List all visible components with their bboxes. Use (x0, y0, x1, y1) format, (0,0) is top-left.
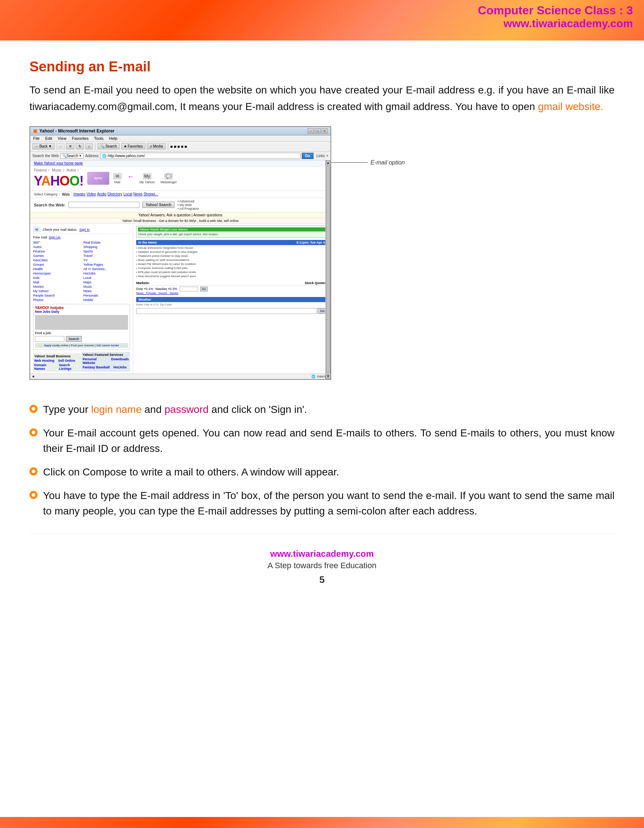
yahoo-link-360[interactable]: 360° (33, 241, 80, 245)
search-toolbar-button[interactable]: 🔍 Search (97, 143, 120, 149)
yahoo-link-hotjobs[interactable]: HotJobs (83, 271, 130, 275)
bullets-section: Type your login name and password and cl… (30, 402, 614, 519)
search-web-box[interactable]: 🔍Search ▼ (60, 153, 84, 158)
my-yahoo-icon: My (143, 173, 152, 180)
advanced-link[interactable]: • Advanced (177, 199, 199, 203)
forward-button[interactable]: → (56, 143, 65, 149)
back-button[interactable]: ← Back ▼ (32, 143, 55, 149)
yahoo-search-input[interactable] (69, 202, 139, 208)
ad-programs-link[interactable]: • Ad Programs (177, 207, 199, 210)
menu-file[interactable]: File (33, 136, 40, 141)
domain-names-link[interactable]: Domain Names (34, 363, 55, 370)
yahoo-link-tv[interactable]: TV (83, 258, 130, 262)
popular-links[interactable]: News · Popular · Sports · Stocks (136, 292, 327, 295)
yahoo-link-games[interactable]: Games (33, 254, 80, 257)
yahoo-make-home-link[interactable]: Make Yahoo! your home page (30, 160, 331, 166)
downloads-link[interactable]: Downloads (111, 358, 129, 365)
web-tab[interactable]: Web (60, 192, 72, 197)
shopping-link[interactable]: Shoppi... (144, 192, 158, 196)
yahoo-search-button[interactable]: Yahoo! Search (143, 202, 174, 208)
yahoo-link-autos[interactable]: Autos (33, 245, 80, 249)
stop-button[interactable]: ✕ (66, 143, 74, 149)
hotjobs-link[interactable]: HotJobs (113, 365, 127, 369)
dow-text: Dow +0.1% (136, 287, 153, 291)
yahoo-link-maps[interactable]: Maps (83, 281, 130, 284)
fantasy-baseball-link[interactable]: Fantasy Baseball (83, 365, 110, 369)
menu-edit[interactable]: Edit (45, 136, 52, 141)
refresh-button[interactable]: ↻ (76, 143, 84, 149)
audio-link[interactable]: Audio (97, 192, 107, 196)
yahoo-logo: YAHOO! (34, 173, 83, 189)
yahoo-messenger-icon-item[interactable]: 💬 Messenger (160, 173, 177, 184)
menu-help[interactable]: Help (109, 136, 118, 141)
toolbar-separator2 (168, 143, 168, 150)
yahoo-mail-icon-item[interactable]: ✉ Mail (113, 173, 122, 184)
yahoo-link-photos[interactable]: Photos (33, 298, 80, 302)
yahoo-link-kids[interactable]: Kids (33, 276, 80, 280)
sign-in-link[interactable]: Sign In (80, 228, 90, 232)
web-hosting-link[interactable]: Web Hosting (34, 359, 55, 362)
yahoo-link-news[interactable]: News (83, 289, 130, 293)
weather-input-row: Go (136, 307, 327, 315)
browser-titlebar: ▣ Yahoo! - Microsoft Internet Explorer –… (30, 127, 331, 135)
yahoo-link-myyahoo[interactable]: My Yahoo! (33, 289, 80, 293)
yahoo-link-groups[interactable]: Groups (33, 263, 80, 267)
yahoo-link-personals[interactable]: Personals (83, 294, 130, 297)
yahoo-link-music[interactable]: Music (83, 285, 130, 289)
video-link[interactable]: Video (86, 192, 96, 196)
minimize-button[interactable]: – (308, 129, 313, 133)
close-button[interactable]: ✕ (322, 129, 327, 133)
yahoo-link-geocities[interactable]: GeoCities (33, 258, 80, 262)
yahoo-link-real-estate[interactable]: Real Estate (83, 241, 130, 245)
my-web-link[interactable]: • My Web (177, 203, 199, 207)
yahoo-link-shopping[interactable]: Shopping (83, 245, 130, 249)
yahoo-link-movies[interactable]: Movies (33, 285, 80, 289)
yahoo-link-health[interactable]: Health (33, 267, 80, 271)
nasdaq-text: Nasdaq +0.2% (155, 287, 177, 291)
home-button[interactable]: ⌂ (85, 143, 93, 149)
sell-online-link[interactable]: Sell Online (58, 359, 75, 362)
search-glass-icon: 🔍 (100, 144, 105, 148)
yahoo-link-horoscopes[interactable]: Horoscopes (33, 271, 80, 275)
find-job-input[interactable] (35, 336, 64, 342)
find-job-search-button[interactable]: Search (66, 336, 82, 342)
yahoo-link-mail[interactable]: Mail (33, 281, 80, 284)
yahoo-link-sports[interactable]: Sports (83, 249, 130, 253)
personal-website-link[interactable]: Personal Website (83, 358, 107, 365)
menu-tools[interactable]: Tools (94, 136, 104, 141)
yahoo-left-column: ✉ Check your mail status: Sign In Free m… (30, 224, 133, 373)
local-link[interactable]: Local (123, 192, 132, 196)
scroll-down-arrow[interactable]: ▼ (326, 374, 331, 379)
yahoo-autos-link[interactable]: Autos ↕ (67, 168, 79, 172)
yahoo-finance-link[interactable]: Finance ↕ (34, 168, 50, 172)
sign-up-link[interactable]: Sign Up (49, 235, 61, 239)
yahoo-link-mobile[interactable]: Mobile (83, 298, 130, 302)
weather-zip-input[interactable] (136, 308, 317, 314)
yahoo-link-yellow-pages[interactable]: Yellow Pages (83, 263, 130, 267)
media-toolbar-button[interactable]: ♬ Media (147, 143, 166, 149)
restore-button[interactable]: □ (315, 129, 321, 133)
scroll-up-arrow[interactable]: ▲ (326, 160, 331, 166)
yahoo-link-all[interactable]: All YI Services... (83, 267, 130, 271)
yahoo-my-icon-item[interactable]: My My Yahoo! (139, 173, 155, 184)
yahoo-link-people[interactable]: People Search (33, 294, 80, 297)
go-button[interactable]: Go (302, 153, 313, 159)
images-link[interactable]: Images (73, 192, 85, 196)
bullet-1-and: and (142, 404, 165, 415)
yahoo-link-finance[interactable]: Finance (33, 249, 80, 253)
yahoo-music-link[interactable]: Music ↕ (52, 168, 64, 172)
yahoo-link-local[interactable]: Local (83, 276, 130, 280)
menu-favorites[interactable]: Favorites (72, 136, 88, 141)
favorites-toolbar-button[interactable]: ★ Favorites (121, 143, 145, 149)
search-listings-link[interactable]: Search Listings (59, 363, 81, 370)
scroll-thumb[interactable] (326, 166, 331, 373)
menu-view[interactable]: View (58, 136, 67, 141)
scrollbar[interactable]: ▲ ▼ (325, 160, 331, 379)
header-website: www.tiwariacademy.com (478, 17, 633, 30)
yahoo-link-travel[interactable]: Travel (83, 254, 130, 257)
directory-link[interactable]: Directory (107, 192, 122, 196)
stock-quote-input[interactable] (180, 287, 198, 292)
news-link[interactable]: News (133, 192, 143, 196)
address-input-field[interactable]: 🌐 http://www.yahoo.com/ (100, 153, 300, 159)
stock-go-button[interactable]: Go (200, 287, 208, 292)
